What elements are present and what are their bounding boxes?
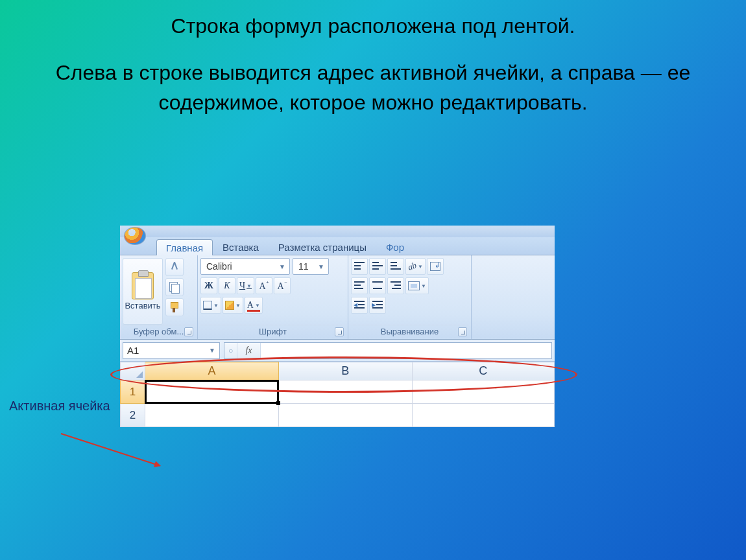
chevron-down-icon: ▼ (418, 264, 423, 270)
align-middle-button[interactable] (369, 258, 386, 275)
name-box-value: A1 (127, 345, 139, 356)
align-bottom-button[interactable] (387, 258, 404, 275)
paste-label: Вставить (125, 301, 160, 310)
font-size-value: 11 (298, 261, 309, 272)
ribbon-tabs: Главная Вставка Разметка страницы Фор (120, 237, 555, 255)
align-center-icon (372, 281, 383, 290)
font-color-button[interactable]: А▼ (245, 297, 263, 314)
merge-icon (408, 281, 420, 290)
ribbon: Вставить Буфер обм... Calibri (120, 255, 555, 340)
cell-b1[interactable] (278, 380, 412, 404)
alignment-caption: Выравнивание (351, 325, 468, 339)
row-header-2[interactable]: 2 (121, 404, 145, 427)
copy-icon (169, 282, 180, 292)
align-middle-icon (372, 262, 383, 271)
row-header-1[interactable]: 1 (121, 380, 145, 404)
select-all-corner[interactable] (121, 362, 145, 380)
fill-color-button[interactable]: ▼ (223, 297, 243, 314)
formula-bar: A1 ▼ ○ fx (120, 340, 555, 362)
bold-button[interactable]: Ж (200, 277, 217, 294)
clipboard-caption-text: Буфер обм... (134, 327, 184, 336)
decrease-indent-icon (354, 301, 365, 310)
formula-expand-button[interactable]: ○ (224, 343, 237, 358)
cell-a1[interactable] (145, 380, 279, 404)
orientation-button[interactable]: ab▼ (405, 258, 426, 275)
slide-paragraph: Слева в строке выводится адрес активной … (0, 58, 746, 118)
chevron-down-icon: ▼ (209, 347, 215, 354)
alignment-launcher[interactable] (458, 327, 467, 336)
office-button[interactable] (124, 227, 146, 245)
chevron-down-icon: ▼ (317, 263, 326, 270)
tab-formulas[interactable]: Фор (376, 239, 405, 255)
clipboard-launcher[interactable] (184, 327, 193, 336)
group-alignment: ab▼ ▼ Выравнивание (348, 255, 472, 339)
column-header-a[interactable]: A (145, 362, 279, 380)
italic-button[interactable]: К (219, 277, 235, 294)
align-left-button[interactable] (351, 277, 368, 294)
group-font: Calibri ▼ 11 ▼ Ж К Ч▼ А А (198, 255, 348, 339)
title-bar (120, 226, 555, 237)
align-center-button[interactable] (369, 277, 386, 294)
spreadsheet-grid: A B C 1 2 (120, 362, 555, 427)
column-header-b[interactable]: B (278, 362, 412, 380)
increase-indent-button[interactable] (369, 297, 386, 314)
insert-function-button[interactable]: fx (237, 343, 261, 358)
cell-c2[interactable] (412, 404, 554, 427)
chevron-down-icon: ▼ (278, 263, 287, 270)
formula-input-zone: ○ fx (224, 342, 552, 359)
merge-center-button[interactable]: ▼ (405, 277, 429, 294)
slide-line1: Строка формул расположена под лентой. (0, 14, 746, 38)
shrink-font-button[interactable]: А (274, 277, 291, 294)
font-name-value: Calibri (206, 261, 232, 272)
font-caption-text: Шрифт (259, 327, 287, 336)
cut-button[interactable] (165, 258, 184, 276)
underline-button[interactable]: Ч▼ (237, 277, 254, 294)
decrease-indent-button[interactable] (351, 297, 368, 314)
borders-button[interactable]: ▼ (200, 297, 221, 314)
borders-icon (203, 301, 212, 310)
align-top-button[interactable] (351, 258, 368, 275)
column-header-c[interactable]: C (412, 362, 554, 380)
name-box[interactable]: A1 ▼ (123, 342, 220, 359)
wrap-text-icon (430, 262, 440, 271)
group-clipboard: Вставить Буфер обм... (120, 255, 198, 339)
excel-window: Главная Вставка Разметка страницы Фор Вс… (120, 226, 555, 427)
font-color-icon: А (247, 300, 254, 310)
chevron-down-icon: ▼ (255, 303, 260, 309)
grow-font-button[interactable]: А (256, 277, 272, 294)
cell-b2[interactable] (278, 404, 412, 427)
align-bottom-icon (391, 262, 401, 271)
format-painter-button[interactable] (165, 298, 184, 316)
tab-page-layout[interactable]: Разметка страницы (269, 239, 376, 255)
fill-color-icon (225, 301, 234, 310)
grow-font-icon: А (259, 280, 269, 292)
font-launcher[interactable] (335, 327, 344, 336)
fx-icon: fx (245, 345, 252, 356)
font-caption: Шрифт (200, 325, 345, 339)
alignment-caption-text: Выравнивание (381, 327, 439, 336)
align-left-icon (354, 281, 365, 290)
tab-insert[interactable]: Вставка (213, 239, 269, 255)
cell-a2[interactable] (145, 404, 279, 427)
font-size-combo[interactable]: 11 ▼ (293, 258, 329, 275)
orientation-icon: ab (407, 260, 418, 272)
cut-icon (170, 262, 179, 272)
copy-button[interactable] (165, 278, 184, 296)
clipboard-caption: Буфер обм... (123, 325, 195, 339)
callout-active-cell: Активная ячейка (9, 398, 110, 414)
increase-indent-icon (372, 301, 383, 310)
chevron-down-icon: ▼ (213, 303, 219, 309)
align-right-icon (391, 281, 401, 290)
paste-button[interactable]: Вставить (123, 258, 163, 325)
cell-c1[interactable] (412, 380, 554, 404)
tab-home[interactable]: Главная (156, 239, 213, 255)
paste-icon (132, 272, 154, 299)
shrink-font-icon: А (277, 280, 287, 292)
font-name-combo[interactable]: Calibri ▼ (200, 258, 290, 275)
chevron-down-icon: ▼ (421, 283, 426, 289)
slide-text: Строка формул расположена под лентой. Сл… (0, 0, 746, 118)
align-right-button[interactable] (387, 277, 404, 294)
wrap-text-button[interactable] (427, 258, 444, 275)
format-painter-icon (169, 302, 180, 312)
align-top-icon (354, 262, 365, 271)
